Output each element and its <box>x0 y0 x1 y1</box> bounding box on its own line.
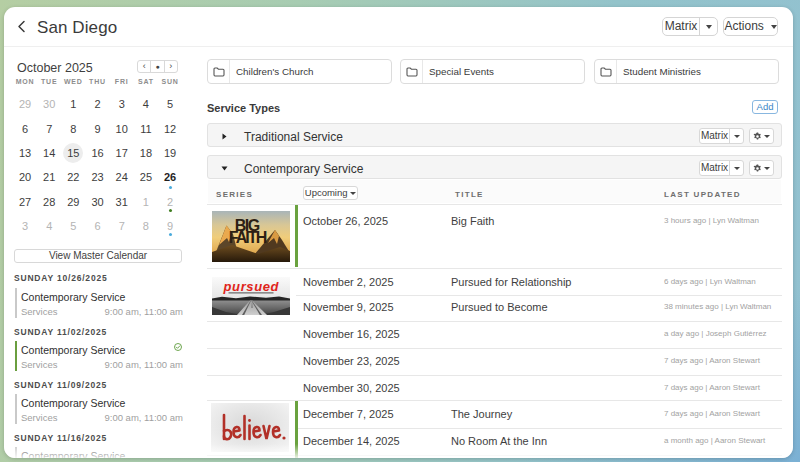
svg-text:pursued: pursued <box>223 279 280 294</box>
svg-text:FAITH: FAITH <box>229 229 268 246</box>
